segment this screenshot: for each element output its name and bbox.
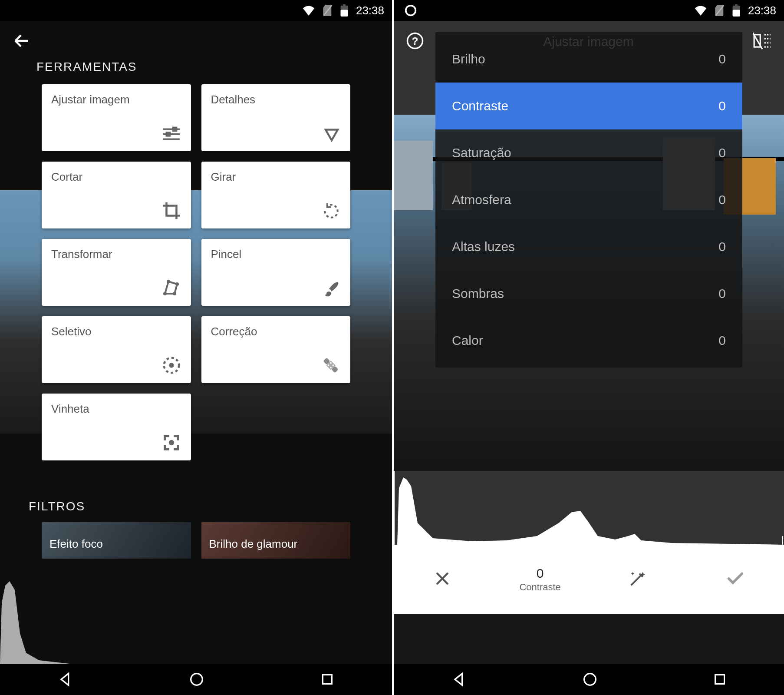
tool-label: Ajustar imagem (51, 93, 181, 106)
svg-text:?: ? (412, 35, 418, 47)
battery-icon (340, 4, 348, 17)
status-bar: 23:38 (0, 0, 392, 21)
svg-rect-26 (735, 4, 738, 6)
tool-label: Transformar (51, 248, 181, 261)
adjust-value: 0 (718, 192, 726, 207)
filter-brilho-de-glamour[interactable]: Brilho de glamour (201, 522, 351, 559)
adjust-brilho[interactable]: Brilho 0 (435, 36, 742, 83)
wifi-icon (302, 5, 315, 16)
svg-point-6 (163, 292, 167, 295)
screen-adjust: 23:38 ? Ajustar imagem (392, 0, 784, 695)
nav-home-icon[interactable] (581, 671, 599, 688)
nav-back-icon[interactable] (451, 671, 468, 688)
tool-correcao[interactable]: Correção (201, 316, 351, 383)
nav-recent-icon[interactable] (712, 672, 728, 687)
adjust-altas-luzes[interactable]: Altas luzes 0 (435, 223, 742, 270)
current-label: Contraste (519, 582, 560, 593)
svg-point-8 (175, 282, 179, 286)
tool-seletivo[interactable]: Seletivo (42, 316, 191, 383)
tool-pincel[interactable]: Pincel (201, 239, 351, 306)
svg-point-7 (167, 280, 170, 283)
no-sim-icon (715, 5, 725, 16)
rotate-icon (322, 202, 341, 221)
adjust-contraste[interactable]: Contraste 0 (435, 83, 742, 129)
tool-label: Vinheta (51, 402, 181, 416)
clock: 23:38 (748, 4, 776, 17)
tool-label: Seletivo (51, 325, 181, 338)
adjust-calor[interactable]: Calor 0 (435, 317, 742, 364)
adjust-value: 0 (718, 52, 726, 66)
nav-back-icon[interactable] (57, 671, 74, 688)
battery-icon (732, 4, 740, 17)
transform-icon (161, 277, 181, 298)
svg-rect-25 (733, 10, 740, 17)
svg-rect-31 (394, 471, 395, 545)
adjust-label: Atmosfera (452, 192, 511, 207)
brush-icon (322, 279, 341, 298)
svg-point-22 (406, 6, 416, 16)
recording-indicator-icon (404, 4, 417, 17)
adjust-atmosfera[interactable]: Atmosfera 0 (435, 176, 742, 223)
help-icon[interactable]: ? (406, 32, 424, 52)
tool-label: Girar (211, 170, 341, 184)
tool-label: Cortar (51, 170, 181, 184)
tool-detalhes[interactable]: Detalhes (201, 84, 351, 151)
section-filters-title: FILTROS (0, 460, 392, 522)
adjust-label: Sombras (452, 286, 504, 301)
screen-tools: 23:38 FERRAMENTAS Ajustar imagem Detalhe… (0, 0, 392, 695)
vignette-icon (161, 433, 181, 453)
adjust-sombras[interactable]: Sombras 0 (435, 270, 742, 317)
nav-home-icon[interactable] (188, 671, 205, 688)
adjust-panel[interactable]: Brilho 0 Contraste 0 Saturação 0 Atmosfe… (435, 32, 742, 367)
compare-icon[interactable] (753, 32, 772, 51)
svg-point-20 (191, 674, 203, 685)
adjust-value: 0 (718, 99, 726, 113)
back-icon[interactable] (12, 44, 31, 52)
adjust-value: 0 (718, 146, 726, 160)
section-tools-title: FERRAMENTAS (0, 56, 392, 84)
svg-rect-5 (166, 132, 170, 136)
adjust-label: Altas luzes (452, 239, 515, 254)
svg-rect-4 (173, 128, 176, 131)
tool-cortar[interactable]: Cortar (42, 162, 191, 228)
adjust-label: Calor (452, 333, 483, 348)
tune-icon (161, 123, 181, 143)
apply-button[interactable] (725, 569, 745, 590)
svg-rect-32 (782, 536, 783, 545)
adjust-label: Saturação (452, 146, 511, 160)
svg-rect-2 (341, 10, 348, 17)
tool-label: Detalhes (211, 93, 341, 106)
svg-point-11 (169, 363, 174, 368)
filter-label: Efeito foco (49, 537, 103, 551)
svg-point-19 (168, 440, 174, 445)
clock: 23:38 (356, 4, 384, 17)
adjust-value: 0 (718, 333, 726, 348)
adjust-label: Contraste (452, 99, 508, 113)
filter-label: Brilho de glamour (209, 537, 298, 551)
histogram (394, 471, 784, 545)
adjust-value: 0 (718, 239, 726, 254)
histogram-overlay (0, 577, 69, 664)
adjust-saturacao[interactable]: Saturação 0 (435, 129, 742, 176)
android-navbar (0, 664, 392, 695)
svg-point-9 (173, 292, 176, 295)
filter-efeito-foco[interactable]: Efeito foco (42, 522, 191, 559)
crop-icon (161, 201, 181, 221)
nav-recent-icon[interactable] (320, 672, 335, 687)
auto-button[interactable] (628, 569, 648, 590)
status-bar: 23:38 (394, 0, 784, 21)
triangle-down-icon (323, 125, 341, 143)
current-adjust-readout: 0 Contraste (519, 566, 560, 593)
adjust-value: 0 (718, 286, 726, 301)
cancel-button[interactable] (434, 570, 451, 589)
svg-rect-21 (323, 675, 332, 684)
selective-icon (161, 355, 181, 375)
wifi-icon (694, 5, 707, 16)
tool-vinheta[interactable]: Vinheta (42, 394, 191, 460)
svg-point-33 (584, 674, 596, 685)
tool-ajustar-imagem[interactable]: Ajustar imagem (42, 84, 191, 151)
no-sim-icon (323, 5, 333, 16)
tool-label: Pincel (211, 248, 341, 261)
tool-girar[interactable]: Girar (201, 162, 351, 228)
tool-transformar[interactable]: Transformar (42, 239, 191, 306)
